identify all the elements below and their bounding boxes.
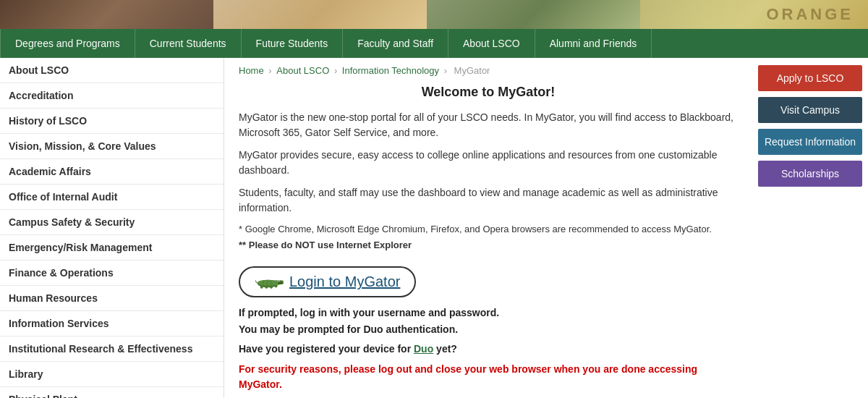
breadcrumb-about-lsco[interactable]: About LSCO [276, 65, 329, 76]
sidebar-item-institutional-research[interactable]: Institutional Research & Effectiveness [0, 336, 224, 362]
sidebar-item-human-resources[interactable]: Human Resources [0, 286, 224, 311]
browser-note: * Google Chrome, Microsoft Edge Chromium… [239, 223, 738, 236]
nav-degrees[interactable]: Degrees and Programs [0, 29, 135, 58]
header-img-4: ORANGE [640, 0, 868, 29]
sidebar-item-academic-affairs[interactable]: Academic Affairs [0, 159, 224, 185]
orange-text: ORANGE [766, 5, 854, 24]
breadcrumb-home[interactable]: Home [239, 65, 264, 76]
scholarships-button[interactable]: Scholarships [758, 161, 862, 187]
duo-question-post: yet? [433, 343, 457, 355]
top-nav: Degrees and Programs Current Students Fu… [0, 29, 868, 58]
svg-rect-9 [270, 286, 272, 289]
sidebar-item-info-services[interactable]: Information Services [0, 311, 224, 336]
sidebar-item-accreditation[interactable]: Accreditation [0, 83, 224, 109]
login-link[interactable]: Login to MyGator [255, 274, 400, 290]
login-link-container[interactable]: Login to MyGator [239, 266, 416, 297]
sidebar-item-library[interactable]: Library [0, 362, 224, 387]
apply-button[interactable]: Apply to LSCO [758, 65, 862, 91]
svg-rect-10 [275, 285, 277, 287]
content-para-2: MyGator provides secure, easy access to … [239, 148, 738, 178]
breadcrumb-sep-3: › [444, 65, 450, 76]
login-prompt: If prompted, log in with your username a… [239, 305, 738, 337]
nav-alumni[interactable]: Alumni and Friends [535, 29, 652, 58]
header-image-strip: ORANGE [0, 0, 868, 29]
ie-warning: ** Please do NOT use Internet Explorer [239, 239, 738, 252]
sidebar-item-finance-ops[interactable]: Finance & Operations [0, 261, 224, 286]
breadcrumb-sep-1: › [268, 65, 274, 76]
sidebar-item-internal-audit[interactable]: Office of Internal Audit [0, 185, 224, 210]
header-img-1 [0, 0, 213, 29]
page-title: Welcome to MyGator! [239, 85, 738, 100]
sidebar-item-about-lsco[interactable]: About LSCO [0, 58, 224, 83]
sidebar-item-physical-plant[interactable]: Physical Plant [0, 387, 224, 398]
sidebar-item-history[interactable]: History of LSCO [0, 109, 224, 134]
duo-question-pre: Have you registered your device for [239, 343, 414, 355]
breadcrumb-info-tech[interactable]: Information Technology [342, 65, 439, 76]
nav-future-students[interactable]: Future Students [242, 29, 344, 58]
nav-current-students[interactable]: Current Students [135, 29, 242, 58]
sidebar: About LSCO Accreditation History of LSCO… [0, 58, 224, 398]
svg-rect-7 [260, 286, 263, 289]
security-warning: For security reasons, please log out and… [239, 362, 738, 392]
gator-icon [255, 274, 284, 290]
sidebar-item-emergency-risk[interactable]: Emergency/Risk Management [0, 235, 224, 261]
login-text: Login to MyGator [289, 274, 400, 290]
visit-campus-button[interactable]: Visit Campus [758, 97, 862, 123]
sidebar-item-campus-safety[interactable]: Campus Safety & Security [0, 210, 224, 235]
breadcrumb-current: MyGator [454, 65, 490, 76]
header-img-2 [213, 0, 427, 29]
main-content: Home › About LSCO › Information Technolo… [224, 58, 752, 398]
header-img-3 [427, 0, 640, 29]
content-para-1: MyGator is the new one-stop portal for a… [239, 110, 738, 140]
breadcrumb-sep-2: › [334, 65, 340, 76]
main-layout: About LSCO Accreditation History of LSCO… [0, 58, 868, 398]
request-info-button[interactable]: Request Information [758, 129, 862, 155]
breadcrumb: Home › About LSCO › Information Technolo… [239, 65, 738, 76]
duo-question: Have you registered your device for Duo … [239, 343, 738, 355]
svg-point-4 [278, 282, 284, 284]
nav-about-lsco[interactable]: About LSCO [448, 29, 535, 58]
duo-link[interactable]: Duo [414, 343, 433, 355]
content-para-3: Students, faculty, and staff may use the… [239, 185, 738, 216]
svg-point-6 [278, 280, 279, 281]
nav-faculty-staff[interactable]: Faculty and Staff [343, 29, 448, 58]
sidebar-item-vision[interactable]: Vision, Mission, & Core Values [0, 134, 224, 159]
right-sidebar: Apply to LSCO Visit Campus Request Infor… [752, 58, 868, 398]
